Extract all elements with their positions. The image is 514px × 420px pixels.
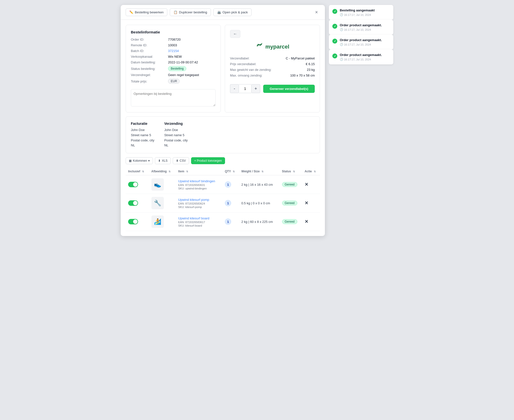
close-button[interactable]: × [313,8,320,16]
remarks-textarea[interactable] [131,89,216,106]
columns-label: Kolommen [133,159,147,162]
xls-button[interactable]: ⬇ XLS [155,157,171,164]
pick-pack-button[interactable]: 🖨️ Open pick & pack [213,8,252,16]
include-toggle-2[interactable] [128,219,138,224]
omvang-row: Max. omvang zending: 100 x 70 x 58 cm [230,74,315,77]
shipping-card: ← myparcel Verzendlabel: [225,25,320,112]
col-weight-size: Weight / Size ⇅ [239,168,280,175]
add-product-label: + Product toevoegen [194,159,222,162]
product-name-0[interactable]: Upwind kitesurf bindingen [178,179,220,183]
batch-id-label: Batch ID: [131,49,168,53]
prijs-label: Prijs verzendlabel: [230,62,256,66]
datum-row: Datum bestelling: 2022-11-09 00:07:42 [131,60,216,64]
product-status-2: Gereed [282,219,297,224]
batch-id-value[interactable]: 372154 [168,49,179,53]
pick-pack-label: Open pick & pack [223,10,248,14]
edit-order-button[interactable]: ✏️ Bestelling bewerken [126,8,167,16]
product-ean-1: EAN: 8719326583624 [178,202,220,205]
order-id-row: Order ID: 7708720 [131,38,216,41]
verzendlabel-row: Verzendlabel: C - MyParcel pakket [230,56,315,60]
qty-minus-button[interactable]: - [230,84,239,93]
activity-icon-1 [332,24,337,29]
table-row: 🔧 Upwind kitesurf pomp EAN: 871932658362… [126,194,320,212]
gewicht-label: Max gewicht van de zending: [230,68,272,72]
col-afbeelding: Afbeelding ⇅ [149,168,176,175]
product-sku-0: SKU: upwind-bindingen [178,187,220,190]
verkoopkanaal-value: Wix NEW [168,55,182,58]
col-qty: QTY ⇅ [222,168,239,175]
billing-name: John Doe [131,128,154,133]
order-id-label: Order ID: [131,38,168,41]
csv-icon: ⬇ [176,159,178,162]
activity-sidebar: Bestelling aangemaakt 🕐 16:17:17, Jul 10… [329,5,393,236]
activity-content-3: Order product aangemaakt. 🕐 16:17:17, Ju… [340,53,390,61]
remote-id-row: Remote ID: 10003 [131,43,216,47]
product-qty-0: 1 [225,181,231,188]
back-button[interactable]: ← [230,30,240,38]
remote-id-value: 10003 [168,43,177,47]
main-modal: ✏️ Bestelling bewerken 📋 Dupliceer beste… [121,5,325,236]
product-name-2[interactable]: Upwind kitesurf board [178,216,220,220]
modal-header: ✏️ Bestelling bewerken 📋 Dupliceer beste… [121,5,325,20]
myparcel-logo-icon [256,42,263,52]
billing-title: Facturatie [131,122,154,126]
product-status-0: Gereed [282,182,297,187]
clock-icon-3: 🕐 [340,58,343,61]
product-image-0: 👟 [151,178,164,191]
csv-button[interactable]: ⬇ CSV [173,157,189,164]
col-actie: Actie ⇅ [302,168,320,175]
delete-product-button-1[interactable]: ✕ [305,200,308,206]
datum-value: 2022-11-09 00:07:42 [168,60,198,64]
omvang-value: 100 x 70 x 58 cm [290,74,315,77]
datum-label: Datum bestelling: [131,60,168,64]
activity-card-0: Bestelling aangemaakt 🕐 16:17:17, Jul 10… [329,5,393,20]
activity-icon-2 [332,39,337,44]
edit-order-label: Bestelling bewerken [135,10,164,14]
verzendregel-row: Verzendregel: Geen regel toegepast [131,73,216,77]
verzendregel-value: Geen regel toegepast [168,73,199,77]
product-qty-2: 1 [225,218,231,225]
order-info-card: Bestelinformatie Order ID: 7708720 Remot… [126,25,221,112]
activity-content-2: Order product aangemaakt. 🕐 16:17:17, Ju… [340,38,390,46]
qty-plus-button[interactable]: + [251,84,260,93]
address-card: Facturatie John Doe Street name 5 Postal… [126,116,320,153]
duplicate-order-button[interactable]: 📋 Dupliceer bestelling [170,8,211,16]
product-sku-2: SKU: kitesurf-board [178,224,220,227]
chevron-down-icon: ▾ [148,159,150,162]
page-wrapper: ✏️ Bestelling bewerken 📋 Dupliceer beste… [121,5,393,236]
activity-content-0: Bestelling aangemaakt 🕐 16:17:17, Jul 10… [340,8,390,16]
status-row: Status bestelling: Bestelling [131,66,216,71]
billing-postal: Postal code, city [131,138,154,143]
verkoopkanaal-row: Verkoopkanaal: Wix NEW [131,55,216,58]
product-sku-1: SKU: kitesurf-pomp [178,206,220,209]
verkoopkanaal-label: Verkoopkanaal: [131,55,168,58]
product-name-1[interactable]: Upwind kitesurf pomp [178,198,220,202]
activity-title-2: Order product aangemaakt. [340,38,390,42]
xls-icon: ⬇ [158,159,161,162]
duplicate-order-label: Dupliceer bestelling [179,10,207,14]
totale-prijs-label: Totale prijs: [131,79,168,83]
delivery-postal: Postal code, city [164,138,188,143]
xls-label: XLS [162,159,168,162]
add-product-button[interactable]: + Product toevoegen [191,157,225,164]
include-toggle-0[interactable] [128,182,138,187]
product-ean-0: EAN: 8719326583631 [178,184,220,186]
include-toggle-1[interactable] [128,200,138,206]
activity-title-1: Order product aangemaakt. [340,23,390,27]
columns-button[interactable]: ▦ Kolommen ▾ [126,157,153,164]
prijs-value: € 6.15 [306,62,315,66]
activity-content-1: Order product aangemaakt. 🕐 16:17:17, Ju… [340,23,390,31]
generate-label-button[interactable]: Genereer verzendlabel(s) [263,85,315,93]
modal-body: Bestelinformatie Order ID: 7708720 Remot… [121,20,325,236]
totale-prijs-value: EUR [168,79,180,84]
col-inclusief: Inclusief ⇅ [126,168,149,175]
qty-input[interactable] [239,84,251,93]
billing-country: NL [131,143,154,148]
product-weight-size-0: 2 kg | 16 x 16 x 43 cm [239,175,280,194]
delete-product-button-2[interactable]: ✕ [305,219,308,224]
duplicate-icon: 📋 [173,10,177,14]
clock-icon-2: 🕐 [340,43,343,46]
product-weight-size-2: 2 kg | 60 x 8 x 225 cm [239,212,280,231]
delete-product-button-0[interactable]: ✕ [305,182,308,187]
order-info-title: Bestelinformatie [131,30,216,34]
